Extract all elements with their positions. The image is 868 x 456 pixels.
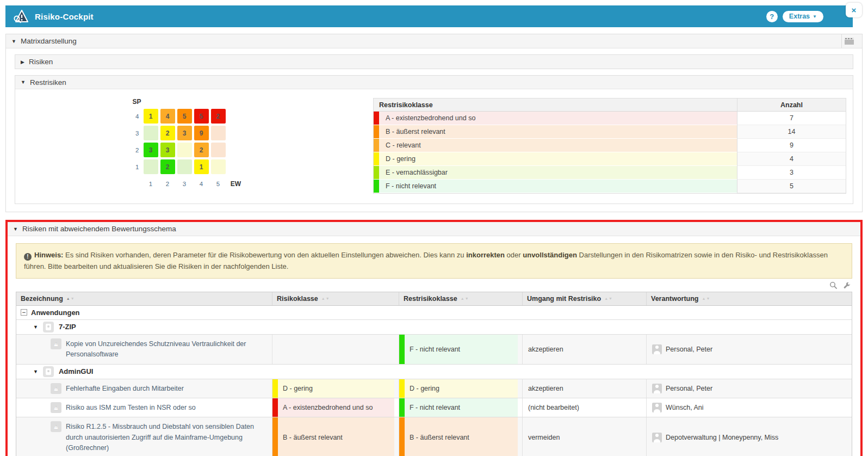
- column-header-bezeichnung[interactable]: Bezeichnung▲▼: [16, 292, 272, 305]
- collapse-minus-icon[interactable]: −: [21, 309, 27, 316]
- risk-row[interactable]: Risiko R1.2.5 - Missbrauch und Diebstahl…: [16, 417, 852, 456]
- matrix-cell[interactable]: 1: [144, 109, 158, 124]
- class-color-marker: [399, 417, 405, 456]
- class-table-row[interactable]: A - existenzbedrohend und so7: [374, 112, 846, 125]
- layout-switch-button[interactable]: [841, 34, 857, 48]
- matrix-cell[interactable]: 9: [194, 126, 209, 140]
- risk-name: Kopie von Unzureichendes Schutzniveau Ve…: [66, 338, 268, 360]
- class-table-header: RestrisikoklasseAnzahl: [374, 98, 846, 112]
- risk-name: Fehlerhafte Eingaben durch Mitarbeiter: [66, 383, 184, 394]
- risk-matrix: SP 4145523239233212112345EW: [129, 98, 244, 194]
- search-button[interactable]: [829, 281, 838, 289]
- matrix-cell[interactable]: 1: [194, 159, 209, 174]
- risk-name: Risiko aus ISM zum Testen in NSR oder so: [66, 402, 196, 413]
- layout-grid-icon: [845, 38, 854, 45]
- abweichend-panel-highlighted: ▼ Risiken mit abweichendem Bewertungssch…: [5, 220, 863, 456]
- warning-bold-1: inkorrekten: [466, 251, 505, 259]
- caret-down-icon[interactable]: ▼: [33, 369, 38, 374]
- matrix-row-label: 3: [129, 130, 141, 137]
- restrisikoklasse-cell: F - nicht relevant: [399, 335, 522, 364]
- close-button[interactable]: ×: [846, 3, 862, 17]
- restrisiken-content: SP 4145523239233212112345EW Restrisikokl…: [15, 89, 853, 204]
- matrix-cell[interactable]: 3: [144, 143, 158, 157]
- section-title-risiken: Risiken: [29, 58, 53, 66]
- class-count: 7: [737, 112, 846, 125]
- class-table-row[interactable]: F - nicht relevant5: [374, 180, 846, 193]
- class-table-row[interactable]: C - relevant9: [374, 139, 846, 152]
- risk-name: Risiko R1.2.5 - Missbrauch und Diebstahl…: [66, 421, 268, 453]
- class-badge: A - existenzbedrohend und so: [272, 398, 394, 417]
- matrix-cell-empty: [211, 159, 226, 174]
- section-header-matrixdarstellung[interactable]: ▼ Matrixdarstellung: [6, 34, 862, 48]
- matrix-cell[interactable]: 5: [194, 109, 209, 124]
- matrix-cell[interactable]: 2: [160, 126, 175, 140]
- matrix-row-label: 4: [129, 113, 141, 120]
- section-title-restrisiken: Restrisiken: [30, 78, 66, 87]
- column-header-restrisikoklasse[interactable]: Restrisikoklasse▲▼: [399, 292, 522, 305]
- matrix-cell[interactable]: 3: [177, 126, 192, 140]
- matrix-cell[interactable]: 2: [194, 143, 209, 157]
- extras-button[interactable]: Extras ▼: [783, 11, 823, 22]
- help-button[interactable]: ?: [766, 11, 778, 22]
- restrisikoklasse-cell: B - äußerst relevant: [399, 417, 522, 456]
- class-color-marker: [399, 379, 405, 398]
- chevron-down-icon: ▼: [813, 14, 817, 19]
- column-header-verantwortung[interactable]: Verantwortung▲▼: [646, 292, 852, 305]
- risk-name-cell: Risiko aus ISM zum Testen in NSR oder so: [16, 398, 272, 417]
- risk-table-header-row: Bezeichnung▲▼Risikoklasse▲▼Restrisikokla…: [16, 292, 852, 306]
- sort-desc-icon: ▼: [71, 297, 75, 300]
- subgroup-row[interactable]: ▼7-ZIP: [16, 320, 852, 335]
- matrix-cell[interactable]: 2: [211, 109, 226, 124]
- group-row[interactable]: −Anwendungen: [16, 306, 852, 320]
- restrisikoklasse-cell: D - gering: [399, 379, 522, 398]
- appbar-actions: ? Extras ▼: [766, 11, 845, 22]
- sort-icons: ▲▼: [461, 297, 469, 300]
- risk-matrix-grid: 4145523239233212112345EW: [129, 109, 244, 191]
- class-cell: E - vernachlässigbar: [374, 166, 737, 180]
- risikoklasse-cell: A - existenzbedrohend und so: [272, 398, 399, 417]
- class-color-marker: [399, 398, 405, 417]
- person-avatar-icon: [652, 403, 662, 412]
- risk-name-cell: Risiko R1.2.5 - Missbrauch und Diebstahl…: [16, 417, 272, 456]
- risk-row[interactable]: Risiko aus ISM zum Testen in NSR oder so…: [16, 398, 852, 417]
- class-color-marker: [399, 335, 405, 364]
- verantwortung-name: Wünsch, Ani: [666, 404, 703, 411]
- app-header: Risiko-Cockpit ? Extras ▼ ×: [5, 5, 853, 27]
- section-header-restrisiken[interactable]: ▼ Restrisiken: [15, 76, 853, 89]
- subgroup-row[interactable]: ▼AdminGUI: [16, 365, 852, 379]
- class-badge: B - äußerst relevant: [399, 417, 518, 456]
- risk-row[interactable]: Fehlerhafte Eingaben durch MitarbeiterD …: [16, 379, 852, 398]
- caret-down-icon[interactable]: ▼: [33, 324, 38, 330]
- risikoklasse-cell: D - gering: [272, 379, 399, 398]
- class-label: B - äußerst relevant: [278, 434, 343, 441]
- class-color-marker: [374, 139, 379, 152]
- search-icon: [829, 281, 838, 289]
- extras-button-label: Extras: [789, 13, 810, 20]
- section-header-abweichend[interactable]: ▼ Risiken mit abweichendem Bewertungssch…: [8, 222, 860, 236]
- column-header-umgang-mit-restrisiko[interactable]: Umgang mit Restrisiko▲▼: [522, 292, 646, 305]
- matrix-cell-empty: [211, 143, 226, 157]
- warning-prefix: Hinweis:: [34, 251, 63, 259]
- class-label: D - gering: [278, 385, 313, 392]
- class-color-marker: [272, 417, 278, 456]
- panel-padding: [6, 204, 862, 212]
- matrix-cell[interactable]: 4: [160, 109, 175, 124]
- risk-row[interactable]: Kopie von Unzureichendes Schutzniveau Ve…: [16, 335, 852, 365]
- risk-name-cell: Fehlerhafte Eingaben durch Mitarbeiter: [16, 379, 272, 398]
- class-table-row[interactable]: D - gering4: [374, 152, 846, 166]
- class-table-row[interactable]: E - vernachlässigbar3: [374, 166, 846, 180]
- class-count: 4: [737, 152, 846, 166]
- matrix-cell[interactable]: 5: [177, 109, 192, 124]
- column-header-risikoklasse[interactable]: Risikoklasse▲▼: [272, 292, 399, 305]
- matrix-row-label: 1: [129, 164, 141, 170]
- class-cell: D - gering: [374, 152, 737, 166]
- matrix-cell[interactable]: 2: [160, 159, 175, 174]
- matrix-cell[interactable]: 3: [160, 143, 175, 157]
- warning-text-2: oder: [505, 251, 523, 259]
- warning-notice: !Hinweis: Es sind Risiken vorhanden, der…: [16, 243, 852, 279]
- class-table-row[interactable]: B - äußerst relevant14: [374, 125, 846, 139]
- column-header-label: Umgang mit Restrisiko: [527, 295, 601, 303]
- caret-right-icon: ▶: [21, 59, 24, 65]
- settings-button[interactable]: [842, 281, 851, 289]
- section-header-risiken[interactable]: ▶ Risiken: [15, 55, 853, 69]
